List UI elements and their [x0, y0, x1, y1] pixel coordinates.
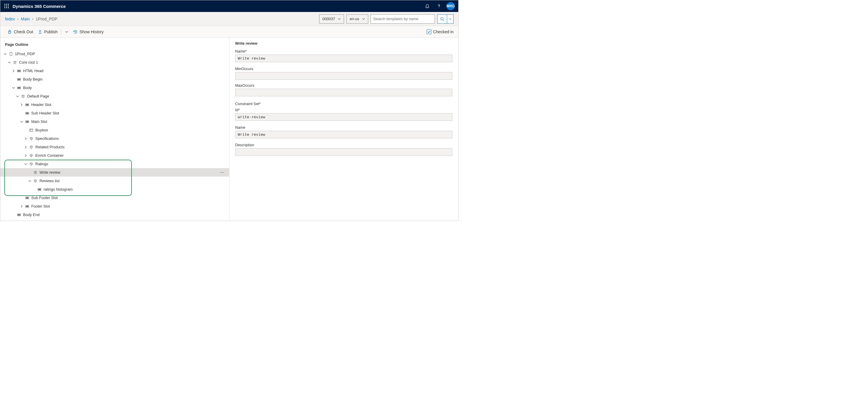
expand-toggle[interactable] — [28, 179, 33, 182]
breadcrumb-item[interactable]: Main — [21, 16, 30, 21]
publish-menu-chevron[interactable] — [63, 30, 71, 33]
expand-toggle[interactable] — [12, 69, 17, 72]
slot-icon — [25, 104, 30, 106]
svg-rect-33 — [26, 206, 28, 207]
tree-label: Ratings — [35, 162, 48, 166]
tree-node-histogram[interactable]: ratings histogram — [0, 185, 229, 194]
command-bar: Check Out Publish Show History Checked i… — [0, 26, 458, 38]
field-label-description: Description — [235, 143, 453, 147]
slot-icon — [17, 214, 21, 216]
tree-node-specs[interactable]: Specifications — [0, 134, 229, 143]
tree-node-bodyend[interactable]: Body End — [0, 210, 229, 219]
expand-toggle[interactable] — [24, 154, 29, 157]
help-icon[interactable] — [433, 0, 445, 12]
module-icon — [12, 61, 17, 64]
tree-label: HTML Head — [23, 69, 43, 73]
app-title: Dynamics 365 Commerce — [12, 4, 66, 9]
expand-toggle[interactable] — [8, 61, 12, 64]
slot-icon — [25, 197, 30, 199]
field-label-name2: Name — [235, 125, 453, 130]
tree-node-headerslot[interactable]: Header Slot — [0, 100, 229, 109]
expand-toggle[interactable] — [20, 103, 25, 106]
svg-rect-24 — [26, 121, 28, 122]
notifications-icon[interactable] — [422, 0, 433, 12]
breadcrumb-sep: › — [32, 16, 33, 21]
maxoccurs-field[interactable] — [235, 89, 453, 96]
minoccurs-field[interactable] — [235, 72, 453, 80]
breadcrumb-current: 1Prod_PDP — [36, 16, 57, 21]
more-options-button[interactable]: ⋯ — [219, 169, 226, 176]
expand-toggle[interactable] — [16, 95, 21, 98]
svg-rect-35 — [18, 214, 20, 215]
svg-point-10 — [441, 17, 443, 20]
tree-node-mainslot[interactable]: Main Slot — [0, 117, 229, 126]
slot-icon — [17, 87, 21, 89]
id-field[interactable] — [235, 113, 453, 121]
expand-toggle[interactable] — [12, 86, 17, 89]
breadcrumb-item[interactable]: fedev — [5, 16, 15, 21]
site-selector[interactable]: 000037 — [319, 14, 344, 24]
expand-toggle[interactable] — [20, 205, 25, 208]
field-label-maxoccurs: MaxOccurs — [235, 83, 453, 88]
tree-label: Body Begin — [23, 77, 43, 81]
tree-node-related[interactable]: Related Products — [0, 143, 229, 151]
tree-node-reviewslist[interactable]: Reviews list — [0, 177, 229, 185]
svg-line-11 — [443, 20, 444, 21]
checkout-label: Check Out — [14, 30, 33, 34]
publish-button[interactable]: Publish — [35, 27, 60, 36]
tree-label: Enrich Container — [35, 153, 64, 158]
constraint-name-field[interactable] — [235, 131, 453, 138]
avatar[interactable]: MRG — [446, 2, 455, 10]
search-split-button[interactable] — [447, 14, 454, 24]
tree-node-defaultpage[interactable]: Default Page — [0, 92, 229, 100]
tree-node-ratings[interactable]: Ratings — [0, 160, 229, 168]
tree-node-subheaderslot[interactable]: Sub Header Slot — [0, 109, 229, 117]
expand-toggle[interactable] — [20, 120, 25, 123]
breadcrumb-bar: fedev › Main › 1Prod_PDP 000037 en-us — [0, 12, 458, 26]
tree-node-core[interactable]: Core root 1 — [0, 58, 229, 67]
tree-node-headslot[interactable]: HTML Head — [0, 67, 229, 75]
tree-node-body[interactable]: Body — [0, 83, 229, 92]
tree-node-footerslot[interactable]: Footer Slot — [0, 202, 229, 210]
slot-icon — [37, 188, 42, 190]
expand-toggle[interactable] — [24, 137, 29, 140]
slot-icon — [17, 70, 21, 72]
tree-node-bodybegin[interactable]: Body Begin — [0, 75, 229, 83]
checkout-button[interactable]: Check Out — [5, 27, 35, 36]
publish-label: Publish — [44, 30, 58, 34]
svg-rect-14 — [18, 70, 20, 71]
locale-selector[interactable]: en-us — [346, 14, 368, 24]
description-field[interactable] — [235, 148, 453, 156]
outline-title: Page Outline — [0, 41, 229, 49]
app-launcher-icon[interactable] — [2, 1, 11, 11]
tree-node-writereview[interactable]: Write review ⋯ — [0, 168, 229, 177]
field-label-id: Id* — [235, 108, 453, 112]
svg-rect-25 — [30, 129, 33, 131]
slot-icon — [17, 78, 21, 80]
tree-node-buybox[interactable]: Buybox — [0, 126, 229, 134]
name-field[interactable] — [235, 55, 453, 62]
slot-icon — [25, 120, 30, 123]
tree-label: Body End — [23, 212, 39, 217]
breadcrumb-sep: › — [17, 16, 19, 21]
search-button[interactable] — [437, 14, 447, 24]
svg-rect-6 — [4, 7, 5, 8]
tree-node-subfooter[interactable]: Sub Footer Slot — [0, 194, 229, 202]
svg-rect-12 — [8, 32, 11, 33]
lock-icon — [7, 30, 12, 34]
svg-rect-8 — [8, 7, 9, 8]
expand-toggle[interactable] — [4, 53, 8, 56]
template-search-input[interactable] — [371, 14, 435, 24]
tree-label: Header Slot — [31, 102, 52, 107]
tree-node-enrich[interactable]: Enrich Container — [0, 151, 229, 160]
svg-rect-22 — [26, 113, 28, 114]
slot-icon — [25, 112, 30, 114]
module-icon — [29, 145, 34, 149]
module-icon — [33, 171, 38, 174]
expand-toggle[interactable] — [24, 146, 29, 148]
tree-node-root[interactable]: 1Prod_PDP — [0, 49, 229, 58]
svg-rect-18 — [18, 87, 20, 89]
show-history-button[interactable]: Show History — [71, 27, 106, 36]
expand-toggle[interactable] — [24, 163, 29, 166]
svg-rect-4 — [6, 5, 7, 6]
